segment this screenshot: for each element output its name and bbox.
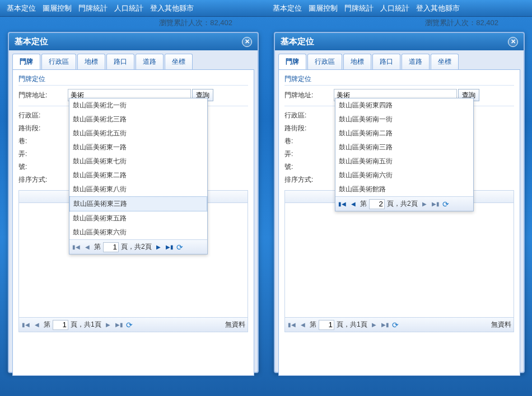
next-page-icon[interactable]: ▶ bbox=[370, 320, 379, 329]
menu-pop-stats[interactable]: 人口統計 bbox=[378, 2, 412, 15]
last-page-icon[interactable]: ▶▮ bbox=[381, 320, 390, 329]
tab-intersection[interactable]: 路口 bbox=[372, 54, 400, 69]
menu-basic[interactable]: 基本定位 bbox=[270, 2, 304, 15]
tab-coord[interactable]: 坐標 bbox=[165, 54, 193, 69]
visit-counter: 瀏覽累計人次：82,402 bbox=[0, 18, 266, 28]
dd-item[interactable]: 鼓山區美術南二路 bbox=[335, 126, 473, 140]
tab-district[interactable]: 行政區 bbox=[307, 54, 342, 69]
tab-district[interactable]: 行政區 bbox=[41, 54, 76, 69]
tab-bar: 門牌 行政區 地標 路口 道路 坐標 bbox=[9, 50, 258, 69]
tab-door[interactable]: 門牌 bbox=[278, 54, 306, 69]
pager-page-input[interactable] bbox=[53, 320, 68, 330]
dd-item[interactable]: 鼓山區美術南三路 bbox=[335, 140, 473, 154]
dd-item[interactable]: 鼓山區美術館路 bbox=[335, 182, 473, 196]
results-grid: 查詢結果(點選門定位) ▮◀ ◀ 第 頁，共1頁 ▶ ▶▮ ⟳ 無資料 bbox=[284, 190, 514, 332]
dd-refresh-icon[interactable]: ⟳ bbox=[442, 200, 449, 209]
basic-location-panel: 基本定位 ✕ 門牌 行政區 地標 路口 道路 坐標 門牌定位 門牌地址: 查詢 … bbox=[274, 32, 525, 373]
dd-item[interactable]: 鼓山區美術東七街 bbox=[69, 154, 207, 168]
first-page-icon[interactable]: ▮◀ bbox=[21, 320, 30, 329]
next-page-icon[interactable]: ▶ bbox=[104, 320, 113, 329]
dd-item[interactable]: 鼓山區美術北三路 bbox=[69, 112, 207, 126]
tab-bar: 門牌 行政區 地標 路口 道路 坐標 bbox=[275, 50, 524, 69]
dd-first-icon[interactable]: ▮◀ bbox=[72, 243, 81, 252]
dd-next-icon[interactable]: ▶ bbox=[420, 200, 429, 209]
address-dropdown[interactable]: 鼓山區美術東四路 鼓山區美術南一街 鼓山區美術南二路 鼓山區美術南三路 鼓山區美… bbox=[335, 98, 474, 211]
dd-prev-icon[interactable]: ◀ bbox=[83, 243, 92, 252]
addr-label: 門牌地址: bbox=[284, 91, 334, 100]
dd-first-icon[interactable]: ▮◀ bbox=[338, 200, 347, 209]
top-menu: 基本定位 圖層控制 門牌統計 人口統計 登入其他縣市 bbox=[266, 0, 532, 17]
alley-label: 弄: bbox=[18, 149, 68, 159]
tab-door[interactable]: 門牌 bbox=[12, 54, 40, 69]
menu-basic[interactable]: 基本定位 bbox=[4, 2, 38, 15]
dd-item[interactable]: 鼓山區美術東六街 bbox=[69, 225, 207, 239]
dd-item[interactable]: 鼓山區美術北一街 bbox=[69, 98, 207, 112]
district-label: 行政區: bbox=[18, 111, 68, 120]
no-data-label: 無資料 bbox=[491, 320, 511, 329]
tab-road[interactable]: 道路 bbox=[402, 54, 430, 69]
dd-item-highlight[interactable]: 鼓山區美術東三路 bbox=[69, 196, 207, 211]
tab-coord[interactable]: 坐標 bbox=[431, 54, 459, 69]
tab-landmark[interactable]: 地標 bbox=[343, 54, 371, 69]
panel-title: 基本定位 bbox=[15, 36, 48, 47]
number-label: 號: bbox=[284, 162, 334, 172]
road-label: 路街段: bbox=[18, 124, 68, 133]
dd-item[interactable]: 鼓山區美術東一路 bbox=[69, 140, 207, 154]
menu-layers[interactable]: 圖層控制 bbox=[40, 2, 74, 15]
dd-item[interactable]: 鼓山區美術東四路 bbox=[335, 98, 473, 112]
pager-pre: 第 bbox=[44, 320, 50, 329]
district-label: 行政區: bbox=[284, 111, 334, 120]
address-dropdown[interactable]: 鼓山區美術北一街 鼓山區美術北三路 鼓山區美術北五街 鼓山區美術東一路 鼓山區美… bbox=[69, 98, 208, 254]
dd-page-input[interactable] bbox=[103, 242, 119, 252]
pager-post: 頁，共1頁 bbox=[71, 320, 101, 329]
menu-layers[interactable]: 圖層控制 bbox=[306, 2, 340, 15]
dd-pager-pre: 第 bbox=[94, 242, 101, 252]
close-icon[interactable]: ✕ bbox=[508, 37, 518, 47]
lane-label: 巷: bbox=[18, 136, 68, 146]
dd-pager-post: 頁，共2頁 bbox=[387, 199, 418, 209]
number-label: 號: bbox=[18, 162, 68, 172]
dd-item[interactable]: 鼓山區美術東二路 bbox=[69, 168, 207, 182]
lane-label: 巷: bbox=[284, 136, 334, 146]
pager-page-input[interactable] bbox=[319, 320, 334, 330]
fieldset-label: 門牌定位 bbox=[284, 74, 514, 86]
dd-item[interactable]: 鼓山區美術南六街 bbox=[335, 168, 473, 182]
dd-last-icon[interactable]: ▶▮ bbox=[431, 200, 440, 209]
menu-pop-stats[interactable]: 人口統計 bbox=[112, 2, 146, 15]
visit-counter: 瀏覽累計人次：82,402 bbox=[266, 18, 532, 28]
menu-login-other[interactable]: 登入其他縣市 bbox=[148, 2, 196, 15]
tab-road[interactable]: 道路 bbox=[136, 54, 164, 69]
tab-landmark[interactable]: 地標 bbox=[77, 54, 105, 69]
dd-pager-post: 頁，共2頁 bbox=[121, 242, 152, 252]
dd-next-icon[interactable]: ▶ bbox=[154, 243, 163, 252]
refresh-icon[interactable]: ⟳ bbox=[126, 320, 133, 329]
dd-prev-icon[interactable]: ◀ bbox=[349, 200, 358, 209]
alley-label: 弄: bbox=[284, 149, 334, 159]
prev-page-icon[interactable]: ◀ bbox=[298, 320, 307, 329]
last-page-icon[interactable]: ▶▮ bbox=[115, 320, 124, 329]
panel-title: 基本定位 bbox=[281, 36, 314, 47]
prev-page-icon[interactable]: ◀ bbox=[32, 320, 41, 329]
tab-intersection[interactable]: 路口 bbox=[106, 54, 134, 69]
addr-label: 門牌地址: bbox=[18, 91, 68, 100]
no-data-label: 無資料 bbox=[225, 320, 245, 329]
road-label: 路街段: bbox=[284, 124, 334, 133]
dd-pager-pre: 第 bbox=[360, 199, 367, 209]
dd-item[interactable]: 鼓山區美術東五路 bbox=[69, 211, 207, 225]
dd-page-input[interactable] bbox=[369, 199, 385, 209]
close-icon[interactable]: ✕ bbox=[242, 37, 252, 47]
menu-door-stats[interactable]: 門牌統計 bbox=[342, 2, 376, 15]
first-page-icon[interactable]: ▮◀ bbox=[287, 320, 296, 329]
top-menu: 基本定位 圖層控制 門牌統計 人口統計 登入其他縣市 bbox=[0, 0, 266, 17]
dd-item[interactable]: 鼓山區美術東八街 bbox=[69, 182, 207, 196]
dd-item[interactable]: 鼓山區美術南五街 bbox=[335, 154, 473, 168]
results-body bbox=[285, 203, 514, 317]
dd-item[interactable]: 鼓山區美術北五街 bbox=[69, 126, 207, 140]
dd-last-icon[interactable]: ▶▮ bbox=[165, 243, 174, 252]
menu-door-stats[interactable]: 門牌統計 bbox=[76, 2, 110, 15]
menu-login-other[interactable]: 登入其他縣市 bbox=[414, 2, 462, 15]
refresh-icon[interactable]: ⟳ bbox=[392, 320, 399, 329]
dd-item[interactable]: 鼓山區美術南一街 bbox=[335, 112, 473, 126]
dd-refresh-icon[interactable]: ⟳ bbox=[176, 243, 183, 252]
pager-post: 頁，共1頁 bbox=[337, 320, 367, 329]
